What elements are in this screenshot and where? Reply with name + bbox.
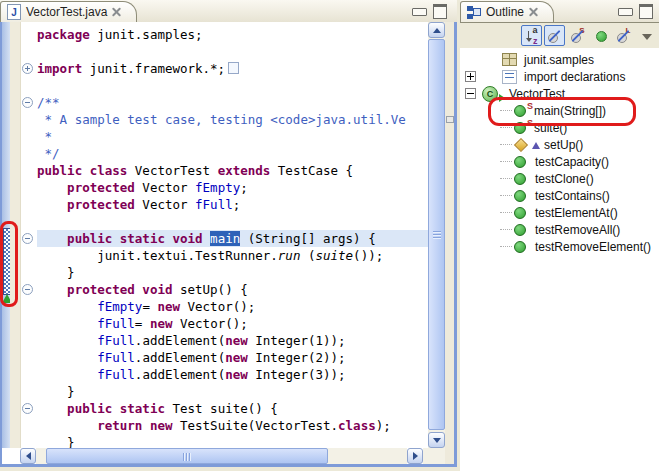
outline-item[interactable]: testClone()	[460, 170, 659, 187]
code-token: Vector();	[180, 299, 255, 314]
sort-letter: a	[532, 25, 537, 35]
code-line[interactable]: * A sample test case, testing <code>java…	[37, 111, 428, 128]
code-token: Vector	[135, 180, 195, 195]
code-line[interactable]: fFull.addElement(new Integer(1));	[37, 332, 428, 349]
outline-toolbar: azSL	[460, 23, 659, 48]
outline-maximize-button[interactable]	[639, 4, 653, 19]
fold-minus-icon[interactable]	[22, 284, 33, 295]
expander-plus-icon[interactable]	[465, 71, 476, 82]
outline-item[interactable]: testRemoveAll()	[460, 221, 659, 238]
code-line[interactable]: public static void main (String[] args) …	[37, 230, 428, 247]
outline-tab[interactable]: Outline	[460, 1, 554, 22]
outline-item[interactable]: testContains()	[460, 187, 659, 204]
outline-minimize-button[interactable]	[618, 8, 633, 16]
hide-static-members-button[interactable]: S	[567, 25, 588, 46]
code-line[interactable]: fEmpty= new Vector();	[37, 298, 428, 315]
code-line[interactable]	[37, 213, 428, 230]
code-token: * A sample test case, testing <code>java…	[37, 112, 406, 127]
vertical-scrollbar-thumb[interactable]	[428, 39, 445, 430]
outline-item-label: testCapacity()	[535, 155, 609, 169]
hide-local-types-button[interactable]: L	[613, 25, 634, 46]
outline-item[interactable]: Smain(String[])	[460, 102, 659, 119]
outline-tab-close-icon[interactable]	[529, 7, 539, 17]
scroll-right-button[interactable]	[407, 448, 423, 464]
scroll-up-button[interactable]	[428, 22, 445, 38]
code-line[interactable]: public static Test suite() {	[37, 400, 428, 417]
code-line[interactable]: */	[37, 145, 428, 162]
editor-tab-close-icon[interactable]	[112, 7, 122, 17]
code-line[interactable]: import junit.framework.*;	[37, 60, 428, 77]
code-token: public static void	[67, 231, 202, 246]
code-token	[37, 350, 97, 365]
code-token: =	[135, 316, 150, 331]
code-line[interactable]	[37, 43, 428, 60]
outline-item[interactable]: testElementAt()	[460, 204, 659, 221]
code-line[interactable]	[37, 77, 428, 94]
vertical-scrollbar[interactable]	[428, 22, 445, 448]
overview-occurrence-marker[interactable]	[446, 116, 454, 123]
fold-minus-icon[interactable]	[22, 233, 33, 244]
code-line[interactable]: }	[37, 383, 428, 400]
code-line[interactable]: fFull.addElement(new Integer(3));	[37, 366, 428, 383]
arrow-up-icon	[433, 28, 441, 33]
outline-item[interactable]: import declarations	[460, 68, 659, 85]
horizontal-scrollbar[interactable]	[2, 448, 454, 464]
code-line[interactable]: return new TestSuite(VectorTest.class);	[37, 417, 428, 434]
code-line[interactable]: junit.textui.TestRunner.run (suite());	[37, 247, 428, 264]
editor-maximize-button[interactable]	[433, 4, 447, 19]
code-line[interactable]: protected void setUp() {	[37, 281, 428, 298]
code-line[interactable]: protected Vector fFull;	[37, 196, 428, 213]
editor-tab[interactable]: J VectorTest.java	[0, 1, 137, 22]
arrow-right-icon	[413, 452, 418, 460]
code-token: .addElement(	[135, 350, 225, 365]
outline-item[interactable]: testRemoveElement()	[460, 238, 659, 255]
hide-non-public-icon	[593, 28, 609, 44]
outline-item-label: testRemoveElement()	[535, 240, 651, 254]
tree-guide	[500, 110, 512, 111]
code-line[interactable]: public class VectorTest extends TestCase…	[37, 162, 428, 179]
code-token	[37, 418, 97, 433]
code-line[interactable]: }	[37, 264, 428, 281]
outline-item[interactable]: setUp()	[460, 136, 659, 153]
code-line[interactable]: }	[37, 434, 428, 448]
tree-guide	[500, 161, 512, 162]
hide-non-public-button[interactable]	[590, 25, 611, 46]
expander-minus-icon[interactable]	[465, 88, 476, 99]
static-adornment: S	[527, 118, 533, 128]
outline-item[interactable]: Ssuite()	[460, 119, 659, 136]
fold-minus-icon[interactable]	[22, 403, 33, 414]
code-token: }	[37, 384, 75, 399]
code-token: junit.textui.TestRunner.	[37, 248, 278, 263]
code-token	[37, 401, 67, 416]
scroll-left-button[interactable]	[20, 448, 36, 464]
code-token: =	[142, 299, 157, 314]
code-line[interactable]: *	[37, 128, 428, 145]
code-token: }	[37, 435, 75, 448]
code-token: junit.samples;	[90, 27, 203, 42]
outline-item[interactable]: testCapacity()	[460, 153, 659, 170]
code-token: public class	[37, 163, 127, 178]
outline-item[interactable]: CVectorTest	[460, 85, 659, 102]
code-line[interactable]: fFull.addElement(new Integer(2));	[37, 349, 428, 366]
editor-minimize-button[interactable]	[412, 8, 427, 16]
view-menu-button[interactable]	[636, 25, 657, 46]
fold-plus-icon[interactable]	[22, 63, 33, 74]
scroll-down-button[interactable]	[428, 432, 445, 448]
code-area[interactable]: package junit.samples;import junit.frame…	[34, 22, 428, 448]
outline-item[interactable]: junit.samples	[460, 51, 659, 68]
code-line[interactable]: fFull= new Vector();	[37, 315, 428, 332]
hide-fields-button[interactable]	[544, 25, 565, 46]
code-line[interactable]: package junit.samples;	[37, 26, 428, 43]
code-token: (String[] args) {	[240, 231, 375, 246]
code-token	[37, 197, 67, 212]
horizontal-scrollbar-thumb[interactable]	[46, 448, 328, 464]
code-token: );	[376, 418, 391, 433]
code-token: new	[225, 350, 248, 365]
fold-minus-icon[interactable]	[22, 97, 33, 108]
outline-item-label: junit.samples	[524, 53, 594, 67]
code-line[interactable]: /**	[37, 94, 428, 111]
outline-tab-label: Outline	[486, 5, 524, 19]
code-line[interactable]: protected Vector fEmpty;	[37, 179, 428, 196]
code-token: .addElement(	[135, 367, 225, 382]
sort-button[interactable]: az	[521, 25, 542, 46]
